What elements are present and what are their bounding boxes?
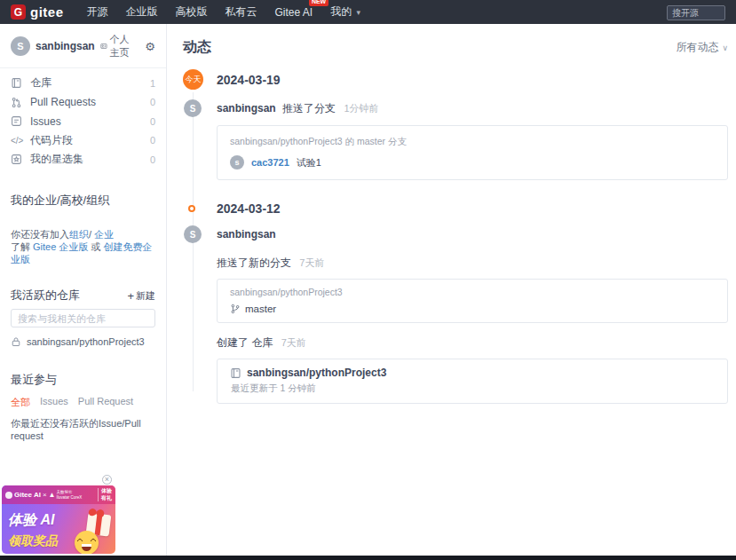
sidebar-item-pull-requests[interactable]: Pull Requests 0 <box>11 93 155 113</box>
nav-item-private-cloud[interactable]: 私有云 <box>226 4 257 20</box>
new-repo-button[interactable]: + 新建 <box>127 289 155 303</box>
id-card-icon <box>100 41 107 51</box>
sidebar-item-code-snippets[interactable]: </> 代码片段 0 <box>11 131 155 151</box>
footer-edge <box>0 556 736 560</box>
sidebar-item-repos[interactable]: 仓库 1 <box>11 74 155 93</box>
commit-hash-link[interactable]: cac3721 <box>251 157 289 168</box>
main-content: 动态 所有动态 ∨ 今天 2024-03-19 S sanbingsan 推送了… <box>167 24 736 556</box>
action-text: 推送了分支 <box>282 102 336 114</box>
feed-date-group: 今天 2024-03-19 <box>183 69 728 90</box>
gear-icon[interactable]: ⚙ <box>145 40 155 53</box>
nav-item-mine[interactable]: 我的 ▾ <box>330 4 360 20</box>
create-repo-action: 创建了 仓库 7天前 <box>217 335 728 351</box>
timeline-dot <box>188 205 195 212</box>
push-branch-action: 推送了新的分支 7天前 <box>217 256 728 271</box>
avatar[interactable]: S <box>11 36 30 56</box>
page-title: 动态 <box>183 38 211 57</box>
branch-name: master <box>245 304 276 314</box>
recent-title: 最近参与 <box>11 372 155 388</box>
gitee-logo[interactable]: G gitee <box>11 4 64 20</box>
iluvatar-logo: ▲ 天数智芯 Iluvatar CoreX <box>49 490 83 499</box>
event-time: 7天前 <box>299 257 324 268</box>
divider <box>0 67 166 68</box>
feed-date-group: 2024-03-12 <box>183 201 728 216</box>
gift-mascot-icon <box>74 512 113 554</box>
count-badge: 0 <box>150 135 155 146</box>
tab-all[interactable]: 全部 <box>11 396 30 409</box>
recent-empty-text: 你最近还没有活跃的Issue/Pull request <box>11 417 155 441</box>
repo-link[interactable]: sanbingsan/pythonProject3 <box>230 367 715 379</box>
repo-context: sanbingsan/pythonProject3 <box>230 287 715 297</box>
cross-icon: × <box>43 491 47 499</box>
gitee-logo-text: gitee <box>30 4 64 20</box>
nav-item-enterprise[interactable]: 企业版 <box>126 4 158 20</box>
gitee-ai-logo-icon <box>5 492 12 499</box>
actor-name[interactable]: sanbingsan <box>217 102 276 114</box>
avatar[interactable]: S <box>184 99 202 117</box>
count-badge: 0 <box>150 116 155 127</box>
sidebar-item-star-collections[interactable]: 我的星选集 0 <box>11 150 155 170</box>
search-input[interactable] <box>667 5 725 20</box>
created-repo-card: sanbingsan/pythonProject3 最近更新于 1 分钟前 <box>217 359 728 404</box>
commit-row: s cac3721 试验1 <box>230 155 715 170</box>
star-collection-icon <box>11 154 24 165</box>
gitee-ai-logo: Gitee AI <box>5 491 41 499</box>
today-badge: 今天 <box>183 69 203 90</box>
repo-search <box>11 309 155 327</box>
tab-issues[interactable]: Issues <box>40 396 68 409</box>
gitee-logo-icon: G <box>11 4 26 20</box>
caret-down-icon: ▾ <box>357 8 361 17</box>
username[interactable]: sanbingsan <box>36 40 95 52</box>
repo-updated-text: 最近更新于 1 分钟前 <box>231 383 715 395</box>
nav-item-opensource[interactable]: 开源 <box>87 4 108 20</box>
repo-icon <box>230 367 241 379</box>
lock-icon <box>11 336 21 347</box>
promo-banner-wrap: × Gitee AI × ▲ 天数智芯 Iluvatar CoreX <box>2 478 115 554</box>
feed-date: 2024-03-12 <box>217 201 281 216</box>
repo-icon <box>11 77 24 89</box>
new-badge: NEW <box>309 0 328 6</box>
count-badge: 1 <box>150 78 155 89</box>
push-context: sanbingsan/pythonProject3 的 master 分支 <box>230 136 715 148</box>
count-badge: 0 <box>150 154 155 165</box>
issue-icon <box>11 115 24 127</box>
sidebar: S sanbingsan 个人主页 ⚙ 仓库 1 <box>0 24 167 556</box>
actor-name[interactable]: sanbingsan <box>217 228 276 241</box>
feed-event-header: S sanbingsan <box>184 225 728 243</box>
count-badge: 0 <box>150 97 155 107</box>
tab-pull-request[interactable]: Pull Request <box>78 396 133 409</box>
nav-item-education[interactable]: 高校版 <box>176 4 208 20</box>
org-link[interactable]: 组织 <box>69 229 89 240</box>
event-time: 7天前 <box>281 337 306 348</box>
code-icon: </> <box>11 136 24 146</box>
top-nav: G gitee 开源 企业版 高校版 私有云 Gitee AI NEW 我的 ▾ <box>0 0 736 24</box>
active-repo-item[interactable]: sanbingsan/pythonProject3 <box>11 336 155 347</box>
commit-message: 试验1 <box>297 156 321 170</box>
org-empty-text: 你还没有加入组织/ 企业 了解 Gitee 企业版 或 创建免费企业版 <box>11 228 155 266</box>
profile-home-link[interactable]: 个人主页 <box>100 33 136 59</box>
nav-search <box>667 4 725 20</box>
promo-header: Gitee AI × ▲ 天数智芯 Iluvatar CoreX 体验 有礼 <box>2 485 115 504</box>
repo-search-input[interactable] <box>11 309 155 327</box>
gitee-ai-promo-banner[interactable]: Gitee AI × ▲ 天数智芯 Iluvatar CoreX 体验 有礼 <box>2 485 115 554</box>
sidebar-item-issues[interactable]: Issues 0 <box>11 112 155 131</box>
enterprise-link[interactable]: 企业 <box>94 229 114 240</box>
activity-feed: 今天 2024-03-19 S sanbingsan 推送了分支 1分钟前 sa… <box>183 69 728 404</box>
promo-ribbon: 体验 有礼 <box>98 488 112 501</box>
gitee-enterprise-link[interactable]: Gitee 企业版 <box>33 241 88 252</box>
push-commit-card: sanbingsan/pythonProject3 的 master 分支 s … <box>217 125 728 180</box>
org-section-title: 我的企业/高校/组织 <box>11 193 155 209</box>
plus-icon: + <box>127 289 134 303</box>
close-icon[interactable]: × <box>102 475 112 485</box>
activity-filter-dropdown[interactable]: 所有动态 ∨ <box>676 40 728 55</box>
branch-row[interactable]: master <box>230 304 715 314</box>
new-branch-card: sanbingsan/pythonProject3 master <box>217 279 728 323</box>
branch-icon <box>230 304 241 314</box>
avatar: s <box>230 155 244 170</box>
feed-event-header: S sanbingsan 推送了分支 1分钟前 <box>184 99 728 117</box>
nav-item-gitee-ai[interactable]: Gitee AI NEW <box>275 6 313 19</box>
pull-request-icon <box>11 97 24 108</box>
avatar[interactable]: S <box>184 225 202 243</box>
feed-date: 2024-03-19 <box>217 73 281 87</box>
chevron-down-icon: ∨ <box>722 43 728 52</box>
